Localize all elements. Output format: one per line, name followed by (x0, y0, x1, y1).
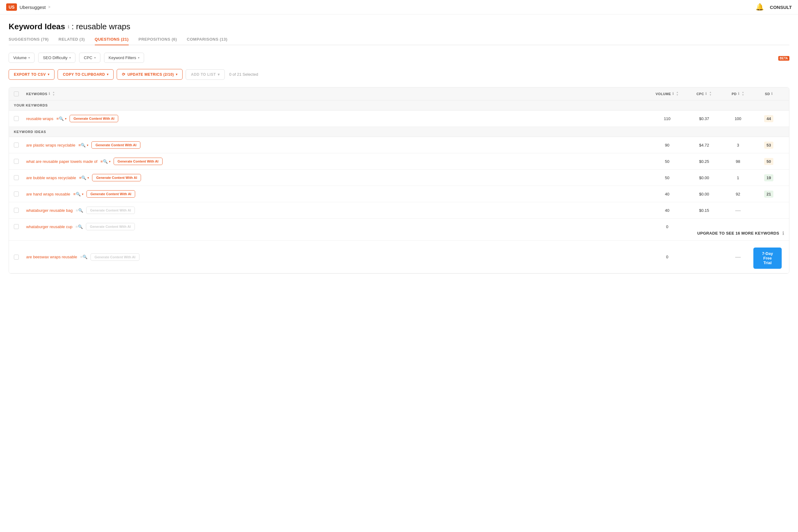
title-info-icon[interactable]: ℹ (68, 24, 69, 29)
volume-value: 0 (649, 225, 686, 229)
tab-comparisons[interactable]: COMPARISONS (13) (187, 37, 228, 45)
keyword-icons: ≡🔍 ▾ (79, 175, 89, 180)
search-icon[interactable]: ≡🔍 (56, 116, 64, 121)
row-checkbox[interactable] (14, 191, 19, 196)
tab-prepositions[interactable]: PREPOSITIONS (6) (138, 37, 177, 45)
dropdown-icon[interactable]: ▾ (65, 117, 66, 120)
nav-brand: Ubersuggest (19, 5, 45, 10)
export-csv-button[interactable]: EXPORT TO CSV ▾ (8, 69, 55, 80)
keywords-sort[interactable]: ▲▼ (52, 91, 55, 96)
export-csv-chevron: ▾ (48, 73, 50, 76)
tab-questions[interactable]: QUESTIONS (21) (95, 37, 129, 45)
row-checkbox[interactable] (14, 224, 19, 229)
table-row: are beeswax wraps reusable ≡🔍 Generate C… (9, 241, 789, 273)
generate-content-button-disabled: Generate Content With AI (86, 223, 135, 230)
header-volume: VOLUME ℹ ▲▼ (649, 91, 686, 96)
search-icon[interactable]: ≡🔍 (79, 175, 87, 180)
row-checkbox[interactable] (14, 116, 19, 121)
search-icon: ≡🔍 (80, 254, 88, 259)
row-checkbox[interactable] (14, 142, 19, 148)
keywords-info-icon[interactable]: ℹ (49, 92, 50, 96)
copy-clipboard-button[interactable]: COPY TO CLIPBOARD ▾ (58, 69, 114, 80)
row-checkbox-cell (14, 175, 26, 180)
filter-seo-label: SEO Difficulty (43, 55, 68, 60)
volume-value: 90 (649, 143, 686, 148)
keyword-icons: ≡🔍 ▾ (56, 116, 66, 121)
keyword-icons: ≡🔍 ▾ (78, 143, 89, 148)
filter-keyword-filters[interactable]: Keyword Filters ▾ (104, 53, 145, 63)
pd-sort[interactable]: ▲▼ (742, 91, 744, 96)
filter-cpc[interactable]: CPC ▾ (79, 53, 100, 63)
volume-sort[interactable]: ▲▼ (676, 91, 679, 96)
row-checkbox[interactable] (14, 175, 19, 180)
keyword-link[interactable]: are bubble wraps recyclable (26, 175, 76, 180)
pd-value: — (723, 254, 753, 260)
upgrade-info-icon[interactable]: ℹ (782, 230, 784, 236)
filter-seo-difficulty[interactable]: SEO Difficulty ▾ (38, 53, 75, 63)
filter-cpc-label: CPC (84, 55, 92, 60)
generate-content-button[interactable]: Generate Content With AI (92, 141, 140, 149)
volume-info-icon[interactable]: ℹ (672, 92, 674, 96)
cpc-sort[interactable]: ▲▼ (709, 91, 711, 96)
sd-info-icon[interactable]: ℹ (771, 92, 773, 96)
search-icon[interactable]: ≡🔍 (73, 192, 81, 196)
beta-badge: BETA (778, 56, 790, 61)
sd-value: 53 (764, 141, 773, 149)
generate-content-button[interactable]: Generate Content With AI (114, 158, 163, 165)
keyword-link[interactable]: what are reusable paper towels made of (26, 159, 97, 164)
cpc-value: $0.25 (686, 159, 723, 164)
filter-volume[interactable]: Volume ▾ (8, 53, 35, 63)
table-row: are bubble wraps recyclable ≡🔍 ▾ Generat… (9, 170, 789, 186)
search-icon[interactable]: ≡🔍 (100, 159, 108, 164)
selected-count: 0 of 21 Selected (229, 72, 258, 77)
keyword-link[interactable]: whataburger reusable bag (26, 208, 73, 213)
cpc-info-icon[interactable]: ℹ (705, 92, 707, 96)
pd-info-icon[interactable]: ℹ (738, 92, 740, 96)
filter-keyword-label: Keyword Filters (109, 55, 136, 60)
keyword-link[interactable]: reusable wraps (26, 116, 53, 121)
search-icon[interactable]: ≡🔍 (78, 143, 86, 148)
update-metrics-button[interactable]: ⟳ UPDATE METRICS (2/10) ▾ (117, 69, 183, 80)
row-checkbox-cell (14, 116, 26, 121)
dropdown-icon[interactable]: ▾ (109, 160, 111, 163)
generate-content-button[interactable]: Generate Content With AI (70, 115, 118, 122)
cpc-value: $0.00 (686, 175, 723, 180)
add-to-list-button[interactable]: ADD TO LIST ▾ (186, 69, 225, 80)
select-all-checkbox[interactable] (14, 92, 19, 96)
sd-cell: 19 (753, 175, 784, 180)
tab-related[interactable]: RELATED (3) (58, 37, 85, 45)
keyword-link[interactable]: whataburger reusable cup (26, 225, 72, 229)
keyword-cell: reusable wraps ≡🔍 ▾ Generate Content Wit… (26, 115, 649, 122)
keyword-link[interactable]: are plastic wraps recyclable (26, 143, 75, 148)
row-checkbox-cell (14, 142, 26, 148)
keyword-link[interactable]: are hand wraps reusable (26, 192, 70, 196)
volume-value: 50 (649, 159, 686, 164)
pd-value: 3 (723, 143, 753, 148)
page-title-row: Keyword Ideas ℹ : reusable wraps (8, 22, 790, 32)
filter-keyword-chevron: ▾ (138, 56, 139, 59)
row-checkbox[interactable] (14, 159, 19, 164)
keyword-link[interactable]: are beeswax wraps reusable (26, 254, 77, 259)
add-to-list-chevron: ▾ (218, 72, 220, 77)
row-checkbox[interactable] (14, 254, 19, 260)
keyword-icons: ≡🔍 ▾ (100, 159, 111, 164)
dropdown-icon[interactable]: ▾ (87, 144, 88, 147)
volume-value: 40 (649, 208, 686, 213)
generate-content-button[interactable]: Generate Content With AI (92, 174, 141, 181)
generate-content-button[interactable]: Generate Content With AI (87, 190, 135, 198)
table-row: whataburger reusable bag ≡🔍 Generate Con… (9, 202, 789, 218)
free-trial-button[interactable]: 7-Day Free Trial (753, 248, 782, 269)
row-checkbox[interactable] (14, 208, 19, 213)
row-checkbox-cell (14, 208, 26, 213)
volume-value: 110 (649, 116, 686, 121)
header-checkbox-cell (14, 92, 26, 96)
tab-suggestions[interactable]: SUGGESTIONS (79) (8, 37, 49, 45)
keyword-cell: are hand wraps reusable ≡🔍 ▾ Generate Co… (26, 190, 649, 198)
sd-cell: 50 (753, 159, 784, 164)
dropdown-icon[interactable]: ▾ (88, 176, 89, 179)
row-checkbox-cell (14, 224, 26, 229)
search-icon: ≡🔍 (75, 225, 83, 229)
volume-value: 0 (649, 254, 686, 259)
dropdown-icon[interactable]: ▾ (82, 192, 83, 196)
nav-logo: US (6, 3, 17, 11)
